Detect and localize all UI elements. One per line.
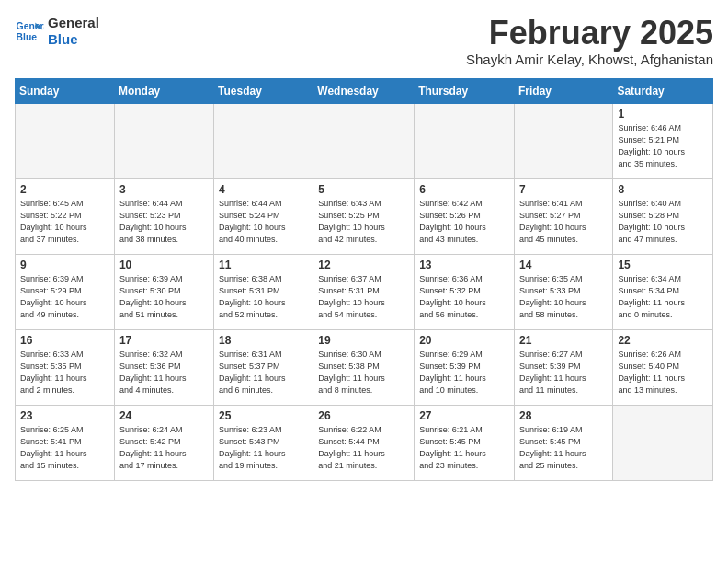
calendar-cell: 1Sunrise: 6:46 AM Sunset: 5:21 PM Daylig… xyxy=(613,103,713,178)
weekday-header: Sunday xyxy=(16,78,115,103)
weekday-header-row: SundayMondayTuesdayWednesdayThursdayFrid… xyxy=(16,78,713,103)
day-info: Sunrise: 6:32 AM Sunset: 5:36 PM Dayligh… xyxy=(119,349,209,396)
svg-text:Blue: Blue xyxy=(17,32,38,42)
day-info: Sunrise: 6:30 AM Sunset: 5:38 PM Dayligh… xyxy=(318,349,409,396)
day-info: Sunrise: 6:25 AM Sunset: 5:41 PM Dayligh… xyxy=(20,424,109,472)
day-info: Sunrise: 6:26 AM Sunset: 5:40 PM Dayligh… xyxy=(618,349,708,396)
day-info: Sunrise: 6:46 AM Sunset: 5:21 PM Dayligh… xyxy=(618,122,708,170)
calendar-cell: 6Sunrise: 6:42 AM Sunset: 5:26 PM Daylig… xyxy=(415,178,515,254)
day-number: 1 xyxy=(618,108,708,121)
week-row: 16Sunrise: 6:33 AM Sunset: 5:35 PM Dayli… xyxy=(16,329,713,405)
calendar-cell xyxy=(613,405,713,480)
day-number: 21 xyxy=(519,334,608,347)
day-number: 8 xyxy=(618,183,708,196)
day-number: 6 xyxy=(419,183,509,196)
day-number: 22 xyxy=(618,334,708,347)
location-subtitle: Shaykh Amir Kelay, Khowst, Afghanistan xyxy=(466,52,713,67)
calendar-cell xyxy=(514,103,612,178)
day-number: 14 xyxy=(519,259,608,271)
day-number: 3 xyxy=(119,183,209,196)
day-info: Sunrise: 6:29 AM Sunset: 5:39 PM Dayligh… xyxy=(419,349,509,396)
day-number: 13 xyxy=(419,259,509,271)
day-number: 18 xyxy=(219,334,308,347)
weekday-header: Saturday xyxy=(613,78,713,103)
calendar-cell: 4Sunrise: 6:44 AM Sunset: 5:24 PM Daylig… xyxy=(214,178,313,254)
weekday-header: Wednesday xyxy=(313,78,415,103)
day-number: 25 xyxy=(219,409,308,422)
calendar-cell: 7Sunrise: 6:41 AM Sunset: 5:27 PM Daylig… xyxy=(514,178,612,254)
calendar-cell xyxy=(313,103,415,178)
calendar-cell: 2Sunrise: 6:45 AM Sunset: 5:22 PM Daylig… xyxy=(16,178,115,254)
day-info: Sunrise: 6:40 AM Sunset: 5:28 PM Dayligh… xyxy=(618,198,708,246)
day-info: Sunrise: 6:22 AM Sunset: 5:44 PM Dayligh… xyxy=(318,424,409,472)
calendar-cell: 15Sunrise: 6:34 AM Sunset: 5:34 PM Dayli… xyxy=(613,254,713,329)
day-number: 2 xyxy=(20,183,109,196)
day-number: 4 xyxy=(219,183,308,196)
day-info: Sunrise: 6:35 AM Sunset: 5:33 PM Dayligh… xyxy=(519,273,608,321)
calendar-cell: 13Sunrise: 6:36 AM Sunset: 5:32 PM Dayli… xyxy=(415,254,515,329)
calendar-cell: 5Sunrise: 6:43 AM Sunset: 5:25 PM Daylig… xyxy=(313,178,415,254)
calendar: SundayMondayTuesdayWednesdayThursdayFrid… xyxy=(15,78,713,481)
day-number: 20 xyxy=(419,334,509,347)
calendar-cell: 18Sunrise: 6:31 AM Sunset: 5:37 PM Dayli… xyxy=(214,329,313,405)
calendar-cell xyxy=(214,103,313,178)
weekday-header: Monday xyxy=(114,78,213,103)
day-info: Sunrise: 6:44 AM Sunset: 5:24 PM Dayligh… xyxy=(219,198,308,246)
logo: General Blue General Blue xyxy=(15,15,99,48)
day-number: 26 xyxy=(318,409,409,422)
logo-general: General xyxy=(48,15,99,31)
day-number: 19 xyxy=(318,334,409,347)
calendar-cell xyxy=(415,103,515,178)
day-number: 9 xyxy=(20,259,109,271)
day-info: Sunrise: 6:24 AM Sunset: 5:42 PM Dayligh… xyxy=(119,424,209,472)
week-row: 9Sunrise: 6:39 AM Sunset: 5:29 PM Daylig… xyxy=(16,254,713,329)
day-number: 16 xyxy=(20,334,109,347)
day-info: Sunrise: 6:37 AM Sunset: 5:31 PM Dayligh… xyxy=(318,273,409,321)
day-info: Sunrise: 6:34 AM Sunset: 5:34 PM Dayligh… xyxy=(618,273,708,321)
calendar-cell: 3Sunrise: 6:44 AM Sunset: 5:23 PM Daylig… xyxy=(114,178,213,254)
calendar-cell xyxy=(114,103,213,178)
calendar-cell: 26Sunrise: 6:22 AM Sunset: 5:44 PM Dayli… xyxy=(313,405,415,480)
day-number: 27 xyxy=(419,409,509,422)
calendar-cell: 27Sunrise: 6:21 AM Sunset: 5:45 PM Dayli… xyxy=(415,405,515,480)
day-info: Sunrise: 6:21 AM Sunset: 5:45 PM Dayligh… xyxy=(419,424,509,472)
day-info: Sunrise: 6:39 AM Sunset: 5:30 PM Dayligh… xyxy=(119,273,209,321)
month-title: February 2025 xyxy=(466,15,713,52)
day-number: 24 xyxy=(119,409,209,422)
day-number: 11 xyxy=(219,259,308,271)
week-row: 1Sunrise: 6:46 AM Sunset: 5:21 PM Daylig… xyxy=(16,103,713,178)
day-info: Sunrise: 6:36 AM Sunset: 5:32 PM Dayligh… xyxy=(419,273,509,321)
day-info: Sunrise: 6:23 AM Sunset: 5:43 PM Dayligh… xyxy=(219,424,308,472)
svg-text:General: General xyxy=(17,21,44,31)
day-info: Sunrise: 6:19 AM Sunset: 5:45 PM Dayligh… xyxy=(519,424,608,472)
day-number: 15 xyxy=(618,259,708,271)
calendar-cell: 19Sunrise: 6:30 AM Sunset: 5:38 PM Dayli… xyxy=(313,329,415,405)
day-info: Sunrise: 6:39 AM Sunset: 5:29 PM Dayligh… xyxy=(20,273,109,321)
logo-icon: General Blue xyxy=(15,17,44,46)
week-row: 23Sunrise: 6:25 AM Sunset: 5:41 PM Dayli… xyxy=(16,405,713,480)
week-row: 2Sunrise: 6:45 AM Sunset: 5:22 PM Daylig… xyxy=(16,178,713,254)
day-number: 23 xyxy=(20,409,109,422)
calendar-cell: 11Sunrise: 6:38 AM Sunset: 5:31 PM Dayli… xyxy=(214,254,313,329)
calendar-cell: 28Sunrise: 6:19 AM Sunset: 5:45 PM Dayli… xyxy=(514,405,612,480)
calendar-cell: 16Sunrise: 6:33 AM Sunset: 5:35 PM Dayli… xyxy=(16,329,115,405)
day-number: 5 xyxy=(318,183,409,196)
calendar-cell: 24Sunrise: 6:24 AM Sunset: 5:42 PM Dayli… xyxy=(114,405,213,480)
day-info: Sunrise: 6:43 AM Sunset: 5:25 PM Dayligh… xyxy=(318,198,409,246)
weekday-header: Thursday xyxy=(415,78,515,103)
day-number: 10 xyxy=(119,259,209,271)
day-number: 28 xyxy=(519,409,608,422)
calendar-cell xyxy=(16,103,115,178)
day-number: 17 xyxy=(119,334,209,347)
logo-blue: Blue xyxy=(48,31,99,48)
day-info: Sunrise: 6:33 AM Sunset: 5:35 PM Dayligh… xyxy=(20,349,109,396)
day-info: Sunrise: 6:45 AM Sunset: 5:22 PM Dayligh… xyxy=(20,198,109,246)
calendar-cell: 12Sunrise: 6:37 AM Sunset: 5:31 PM Dayli… xyxy=(313,254,415,329)
weekday-header: Friday xyxy=(514,78,612,103)
header: General Blue General Blue February 2025 … xyxy=(15,15,713,67)
calendar-cell: 21Sunrise: 6:27 AM Sunset: 5:39 PM Dayli… xyxy=(514,329,612,405)
calendar-cell: 17Sunrise: 6:32 AM Sunset: 5:36 PM Dayli… xyxy=(114,329,213,405)
day-info: Sunrise: 6:44 AM Sunset: 5:23 PM Dayligh… xyxy=(119,198,209,246)
calendar-cell: 25Sunrise: 6:23 AM Sunset: 5:43 PM Dayli… xyxy=(214,405,313,480)
title-area: February 2025 Shaykh Amir Kelay, Khowst,… xyxy=(466,15,713,67)
